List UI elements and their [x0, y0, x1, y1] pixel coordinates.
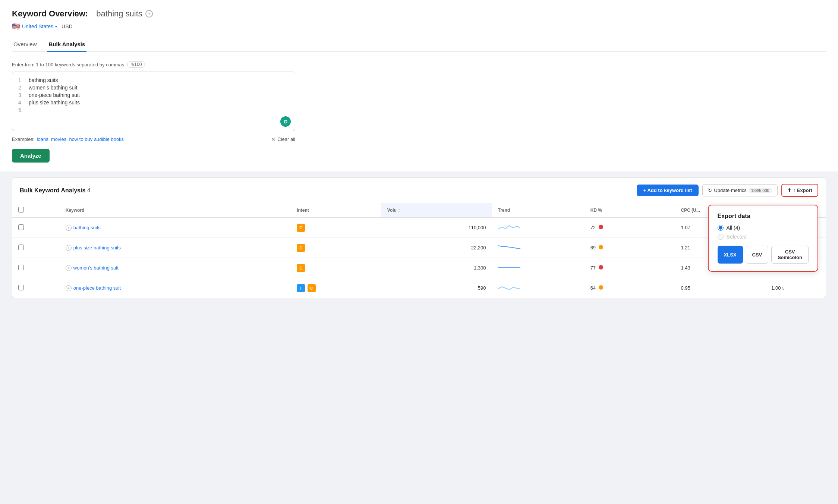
- keyword-textarea[interactable]: 1.bathing suits 2.women's bathing suit 3…: [12, 72, 295, 131]
- data-table: Keyword Intent Volu ↕ Trend KD % CPC (U.…: [12, 203, 826, 298]
- row-checkbox-4[interactable]: [12, 278, 60, 298]
- export-button[interactable]: ⬆ ↑ Export: [781, 184, 818, 197]
- table-row: + one-piece bathing suit I C 590: [12, 278, 826, 298]
- clear-all-button[interactable]: ✕ Clear all: [271, 136, 295, 142]
- keyword-link[interactable]: + women's bathing suit: [66, 265, 285, 271]
- keyword-link[interactable]: + one-piece bathing suit: [66, 285, 285, 291]
- kd-cell: 64: [585, 278, 675, 298]
- examples-links[interactable]: loans, movies, how to buy audible books: [37, 136, 124, 142]
- analyze-button[interactable]: Analyze: [12, 149, 50, 163]
- table-actions: + Add to keyword list ↻ Update metrics 1…: [637, 184, 818, 197]
- trend-cell: [492, 238, 585, 258]
- volume-cell: 1,300: [381, 258, 492, 278]
- export-popup-title: Export data: [718, 213, 809, 220]
- intent-badge-c: C: [308, 284, 316, 292]
- locale-label: United States: [22, 23, 53, 29]
- intent-badge-c: C: [297, 244, 305, 252]
- input-label: Enter from 1 to 100 keywords separated b…: [12, 61, 826, 68]
- intent-cell: C: [291, 258, 381, 278]
- keyword-add-icon[interactable]: +: [66, 265, 72, 271]
- select-all-header[interactable]: [12, 203, 60, 218]
- column-trend: Trend: [492, 203, 585, 218]
- trend-chart: [498, 283, 520, 292]
- list-item: 3.one-piece bathing suit: [18, 91, 289, 99]
- export-container: ⬆ ↑ Export Export data All (4) Selected: [781, 184, 818, 197]
- intent-cell: I C: [291, 278, 381, 298]
- table-row: + bathing suits C 110,000 72: [12, 218, 826, 238]
- locale-row: 🇺🇸 United States ▾ USD: [12, 22, 826, 31]
- volume-cell: 110,000: [381, 218, 492, 238]
- table-row: + plus size bathing suits C 22,200: [12, 238, 826, 258]
- export-popup: Export data All (4) Selected XLSX CSV: [708, 205, 818, 272]
- table-header-row: Bulk Keyword Analysis 4 + Add to keyword…: [12, 178, 826, 203]
- cpc-cell: 0.95: [675, 278, 765, 298]
- trend-cell: [492, 278, 585, 298]
- keyword-add-icon[interactable]: +: [66, 285, 72, 291]
- intent-badge-i: I: [297, 284, 305, 292]
- update-metrics-button[interactable]: ↻ Update metrics 188/5,000: [702, 184, 777, 196]
- tab-bar: Overview Bulk Analysis: [12, 37, 826, 52]
- locale-button[interactable]: 🇺🇸 United States ▾: [12, 22, 57, 31]
- kd-indicator: [599, 285, 603, 290]
- trend-cell: [492, 218, 585, 238]
- column-volume[interactable]: Volu ↕: [381, 203, 492, 218]
- keyword-link[interactable]: + bathing suits: [66, 225, 285, 231]
- intent-cell: C: [291, 238, 381, 258]
- tab-bulk-analysis[interactable]: Bulk Analysis: [47, 37, 87, 52]
- section-divider: [0, 171, 838, 177]
- export-arrow-icon: ⬆: [787, 188, 791, 193]
- table-section: Bulk Keyword Analysis 4 + Add to keyword…: [12, 177, 826, 298]
- trend-cell: [492, 258, 585, 278]
- keyword-cell: + plus size bathing suits: [60, 238, 291, 258]
- column-intent: Intent: [291, 203, 381, 218]
- kd-cell: 72: [585, 218, 675, 238]
- keyword-input-wrapper: 1.bathing suits 2.women's bathing suit 3…: [12, 72, 295, 131]
- xlsx-button[interactable]: XLSX: [718, 246, 743, 264]
- add-to-keyword-list-button[interactable]: + Add to keyword list: [637, 185, 699, 196]
- flag-icon: 🇺🇸: [12, 22, 20, 31]
- list-item: 5.: [18, 106, 289, 114]
- csv-semicolon-button[interactable]: CSV Semicolon: [771, 246, 809, 264]
- tab-overview[interactable]: Overview: [12, 37, 38, 52]
- keyword-cell: + one-piece bathing suit: [60, 278, 291, 298]
- currency-label: USD: [62, 23, 73, 29]
- keyword-link[interactable]: + plus size bathing suits: [66, 245, 285, 251]
- update-count-badge: 188/5,000: [749, 188, 772, 193]
- export-option-selected: Selected: [718, 234, 809, 240]
- keyword-cell: + women's bathing suit: [60, 258, 291, 278]
- keyword-add-icon[interactable]: +: [66, 225, 72, 231]
- row-checkbox-1[interactable]: [12, 218, 60, 238]
- examples-row: Examples: loans, movies, how to buy audi…: [12, 136, 295, 142]
- trend-chart: [498, 223, 520, 231]
- kd-indicator: [599, 245, 603, 249]
- export-option-all[interactable]: All (4): [718, 225, 809, 231]
- grammarly-icon: G: [280, 116, 291, 127]
- row-checkbox-3[interactable]: [12, 258, 60, 278]
- table-row: + women's bathing suit C 1,300 7: [12, 258, 826, 278]
- keyword-add-icon[interactable]: +: [66, 245, 72, 251]
- list-item: 2.women's bathing suit: [18, 84, 289, 91]
- examples-left: Examples: loans, movies, how to buy audi…: [12, 136, 124, 142]
- page-title: Keyword Overview: bathing suits +: [12, 9, 826, 19]
- content-area: Enter from 1 to 100 keywords separated b…: [0, 52, 838, 171]
- kd-cell: 77: [585, 258, 675, 278]
- column-kd: KD %: [585, 203, 675, 218]
- keyword-count-badge: 4/100: [127, 61, 145, 68]
- list-item: 1.bathing suits: [18, 76, 289, 84]
- keyword-list: 1.bathing suits 2.women's bathing suit 3…: [18, 76, 289, 114]
- csv-button[interactable]: CSV: [746, 246, 769, 264]
- examples-label: Examples:: [12, 136, 35, 142]
- intent-badge-c: C: [297, 224, 305, 232]
- add-keyword-icon[interactable]: +: [145, 10, 153, 18]
- volume-cell: 22,200: [381, 238, 492, 258]
- kd-cell: 69: [585, 238, 675, 258]
- x-icon: ✕: [271, 136, 275, 142]
- row-checkbox-2[interactable]: [12, 238, 60, 258]
- table-body: + bathing suits C 110,000 72: [12, 218, 826, 298]
- trend-chart: [498, 263, 520, 272]
- export-format-buttons: XLSX CSV CSV Semicolon: [718, 246, 809, 264]
- kd-indicator: [599, 265, 603, 270]
- list-item: 4.plus size bathing suits: [18, 99, 289, 106]
- trend-chart: [498, 243, 520, 252]
- volume-cell: 590: [381, 278, 492, 298]
